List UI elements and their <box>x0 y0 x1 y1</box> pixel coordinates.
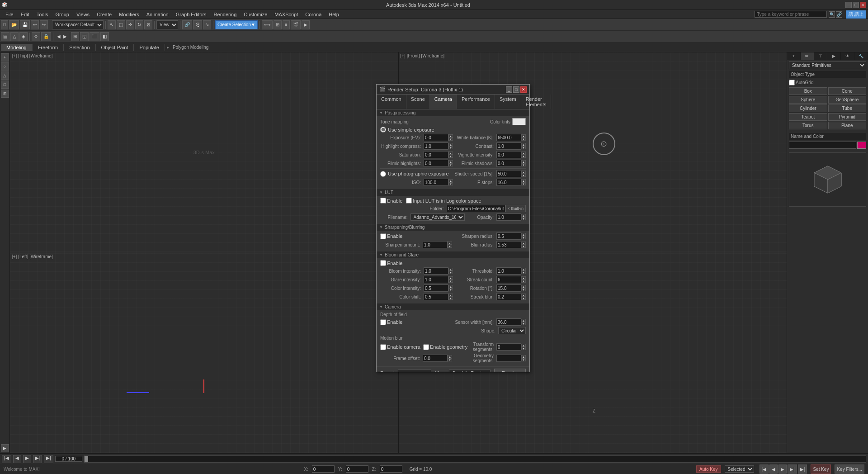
anim-start-btn[interactable]: |◀ <box>2 455 11 463</box>
sat-up[interactable]: ▲ <box>448 152 453 155</box>
lo-up[interactable]: ▲ <box>521 214 526 217</box>
exposure-down[interactable]: ▼ <box>448 137 453 141</box>
tab-scene[interactable]: Scene <box>406 95 430 109</box>
shape-plane[interactable]: Plane <box>828 122 867 129</box>
sa-down[interactable]: ▼ <box>448 245 452 248</box>
viewport-top-left[interactable]: [+] [Top] [Wireframe] 3D-s Max <box>10 52 398 253</box>
sh-up[interactable]: ▲ <box>521 171 526 174</box>
shape-cone[interactable]: Cone <box>828 87 867 95</box>
sub-obj-button[interactable]: ▤ <box>1 32 9 41</box>
sharp-radius-input[interactable] <box>496 232 521 240</box>
sb-down[interactable]: ▼ <box>521 297 526 300</box>
cs-up[interactable]: ▲ <box>448 294 453 297</box>
exposure-input[interactable] <box>424 134 448 141</box>
tab-system[interactable]: System <box>495 95 521 109</box>
shape-geosphere[interactable]: GeoSphere <box>828 96 867 104</box>
frame-counter[interactable]: 0 / 100 <box>55 456 82 462</box>
cs-down[interactable]: ▼ <box>448 297 453 300</box>
bi-down[interactable]: ▼ <box>448 271 453 274</box>
fs-down[interactable]: ▼ <box>521 163 526 166</box>
y-input[interactable] <box>346 465 368 473</box>
select-region-button[interactable]: ⬚ <box>117 20 125 29</box>
sw-up[interactable]: ▲ <box>521 319 526 322</box>
bi-up[interactable]: ▲ <box>448 268 453 271</box>
menu-help[interactable]: Help <box>325 12 343 17</box>
restore-button[interactable]: □ <box>853 2 859 8</box>
menu-create[interactable]: Create <box>93 12 115 17</box>
dof-enable-checkbox[interactable] <box>380 319 386 325</box>
left-btn-bottom[interactable]: ▶ <box>1 444 9 452</box>
menu-graph-editors[interactable]: Graph Editors <box>172 12 210 17</box>
shape-teapot[interactable]: Teapot <box>789 113 827 121</box>
rp-tab-modify[interactable]: ✏ <box>801 52 814 60</box>
lut-folder-input[interactable] <box>447 205 505 212</box>
ci-down[interactable]: ▼ <box>448 288 453 291</box>
workspace-dropdown[interactable]: Workspace: Default <box>52 20 104 29</box>
sc-up[interactable]: ▲ <box>521 276 526 280</box>
shape-tube[interactable]: Tube <box>828 104 867 112</box>
search-input[interactable] <box>755 11 827 18</box>
bloom-intensity-input[interactable] <box>424 267 448 275</box>
vig-up[interactable]: ▲ <box>521 152 526 155</box>
ci-up[interactable]: ▲ <box>448 285 453 288</box>
th-down[interactable]: ▼ <box>521 271 526 274</box>
gi-down[interactable]: ▼ <box>448 280 453 283</box>
prev-frame-btn[interactable]: ◀ <box>769 465 778 474</box>
key-filters-button[interactable]: Key Filters... <box>835 465 864 474</box>
first-frame-btn[interactable]: |◀ <box>760 465 769 474</box>
br-up[interactable]: ▲ <box>521 242 526 245</box>
snap-button[interactable]: 🔒 <box>41 32 51 41</box>
lut-collapse[interactable]: ▼ <box>379 190 383 194</box>
modifier-button[interactable]: ⚙ <box>32 32 40 41</box>
tab-object-paint[interactable]: Object Paint <box>96 44 134 51</box>
filmic-h-input[interactable] <box>424 160 448 167</box>
window-controls[interactable]: _ □ ✕ <box>845 2 866 8</box>
close-button[interactable]: ✕ <box>860 2 866 8</box>
gs-down[interactable]: ▼ <box>521 358 526 361</box>
menu-corona[interactable]: Corona <box>302 12 325 17</box>
highlight-down[interactable]: ▼ <box>448 146 453 149</box>
undo-button[interactable]: ↩ <box>31 20 39 29</box>
transform-seg-input[interactable] <box>496 343 521 351</box>
sharp-collapse[interactable]: ▼ <box>379 225 383 229</box>
gi-up[interactable]: ▲ <box>448 276 453 280</box>
shape-pyramid[interactable]: Pyramid <box>828 113 867 121</box>
sb-up[interactable]: ▲ <box>521 294 526 297</box>
sh-down[interactable]: ▼ <box>521 174 526 177</box>
poly-button[interactable]: △ <box>10 32 19 41</box>
saturation-input[interactable] <box>424 151 448 158</box>
cam-collapse[interactable]: ▼ <box>379 305 383 309</box>
contrast-down[interactable]: ▼ <box>521 146 526 149</box>
streak-count-input[interactable] <box>496 276 521 283</box>
fo-up[interactable]: ▲ <box>448 355 452 358</box>
shape-torus[interactable]: Torus <box>789 122 827 129</box>
pp-collapse[interactable]: ▼ <box>379 111 383 115</box>
viewport-btn1[interactable]: ⊞ <box>71 32 79 41</box>
language-button[interactable]: 語 語上 <box>846 10 866 19</box>
streak-blur-input[interactable] <box>496 293 521 300</box>
x-input[interactable] <box>312 465 335 473</box>
tab-camera[interactable]: Camera <box>430 95 457 109</box>
fstops-input[interactable] <box>496 179 521 186</box>
shutter-input[interactable] <box>496 170 521 177</box>
geo-seg-input[interactable] <box>496 355 521 362</box>
last-frame-btn[interactable]: ▶| <box>798 465 807 474</box>
search-button[interactable]: 🔍 <box>829 11 835 18</box>
left-btn-5[interactable]: ⊞ <box>1 90 9 98</box>
tab-freeform[interactable]: Freeform <box>33 44 64 51</box>
th-up[interactable]: ▲ <box>521 268 526 271</box>
layer-button[interactable]: ≡ <box>283 20 290 29</box>
rp-tab-create[interactable]: + <box>787 52 801 60</box>
highlight-up[interactable]: ▲ <box>448 143 453 146</box>
iso-up[interactable]: ▲ <box>448 179 453 182</box>
rp-tab-motion[interactable]: ▶ <box>827 52 841 60</box>
ts-up[interactable]: ▲ <box>521 344 526 347</box>
fs2-down[interactable]: ▼ <box>521 182 526 185</box>
dialog-minimize[interactable]: _ <box>506 86 512 93</box>
set-key-button[interactable]: Set Key <box>811 465 831 474</box>
select-button[interactable]: ↖ <box>108 20 116 29</box>
glare-input[interactable] <box>424 276 448 283</box>
move-button[interactable]: ✛ <box>126 20 134 29</box>
unlink-button[interactable]: ⛓ <box>193 20 202 29</box>
menu-tools[interactable]: Tools <box>33 12 52 17</box>
